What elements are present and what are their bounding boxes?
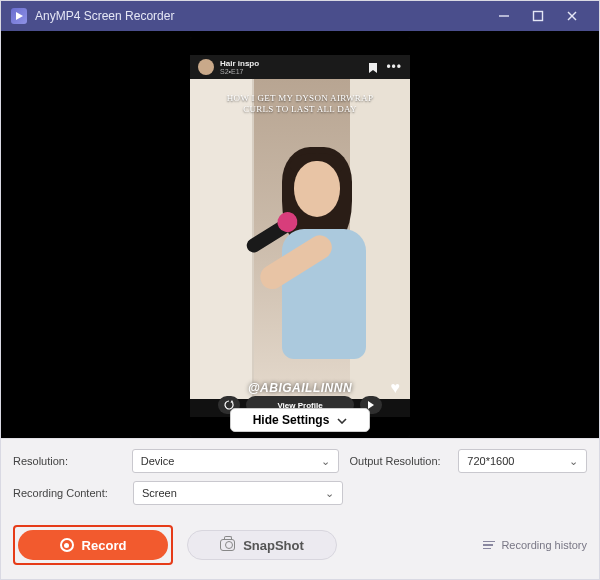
record-highlight: Record [13, 525, 173, 565]
app-icon [11, 8, 27, 24]
snapshot-label: SnapShot [243, 538, 304, 553]
output-resolution-value: 720*1600 [467, 455, 514, 467]
hide-settings-button[interactable]: Hide Settings [230, 408, 370, 432]
recording-content-select[interactable]: Screen ⌄ [133, 481, 343, 505]
record-icon [60, 538, 74, 552]
camera-icon [220, 539, 235, 551]
resolution-value: Device [141, 455, 175, 467]
bookmark-icon[interactable] [368, 62, 378, 72]
svg-marker-6 [368, 401, 374, 409]
svg-rect-2 [534, 12, 543, 21]
device-frame: Hair inspo S2•E17 ••• HOW I GET MY DYSON… [190, 37, 410, 437]
account-name: Hair inspo [220, 60, 259, 68]
snapshot-button[interactable]: SnapShot [187, 530, 337, 560]
record-label: Record [82, 538, 127, 553]
recording-history-label: Recording history [501, 539, 587, 551]
close-button[interactable] [555, 1, 589, 31]
video-content: HOW I GET MY DYSON AIRWRAP CURLS TO LAST… [190, 79, 410, 399]
hide-settings-label: Hide Settings [253, 413, 330, 427]
post-meta: Hair inspo S2•E17 [220, 60, 259, 75]
recording-content-value: Screen [142, 487, 177, 499]
chevron-down-icon: ⌄ [569, 455, 578, 468]
output-resolution-label: Output Resolution: [349, 455, 448, 467]
recording-history-link[interactable]: Recording history [483, 539, 587, 551]
chevron-down-icon [337, 413, 347, 427]
chevron-down-icon: ⌄ [325, 487, 334, 500]
resolution-label: Resolution: [13, 455, 122, 467]
settings-panel: Resolution: Device ⌄ Output Resolution: … [1, 438, 599, 517]
app-title: AnyMP4 Screen Recorder [35, 9, 174, 23]
action-bar: Record SnapShot Recording history [1, 517, 599, 579]
post-header: Hair inspo S2•E17 ••• [190, 55, 410, 79]
avatar [198, 59, 214, 75]
app-window: AnyMP4 Screen Recorder Hair inspo S2•E17 [0, 0, 600, 580]
minimize-button[interactable] [487, 1, 521, 31]
maximize-button[interactable] [521, 1, 555, 31]
handle-text: @ABIGAILLINNN [190, 381, 410, 395]
titlebar: AnyMP4 Screen Recorder [1, 1, 599, 31]
svg-marker-5 [231, 400, 234, 403]
svg-marker-0 [16, 12, 23, 20]
account-meta: S2•E17 [220, 68, 259, 75]
recording-content-label: Recording Content: [13, 487, 123, 499]
history-icon [483, 541, 495, 550]
device-statusbar [190, 37, 410, 55]
more-icon[interactable]: ••• [386, 60, 402, 74]
chevron-down-icon: ⌄ [321, 455, 330, 468]
output-resolution-select[interactable]: 720*1600 ⌄ [458, 449, 587, 473]
record-button[interactable]: Record [18, 530, 168, 560]
overlay-caption: HOW I GET MY DYSON AIRWRAP CURLS TO LAST… [190, 93, 410, 116]
resolution-select[interactable]: Device ⌄ [132, 449, 340, 473]
preview-area: Hair inspo S2•E17 ••• HOW I GET MY DYSON… [1, 31, 599, 438]
